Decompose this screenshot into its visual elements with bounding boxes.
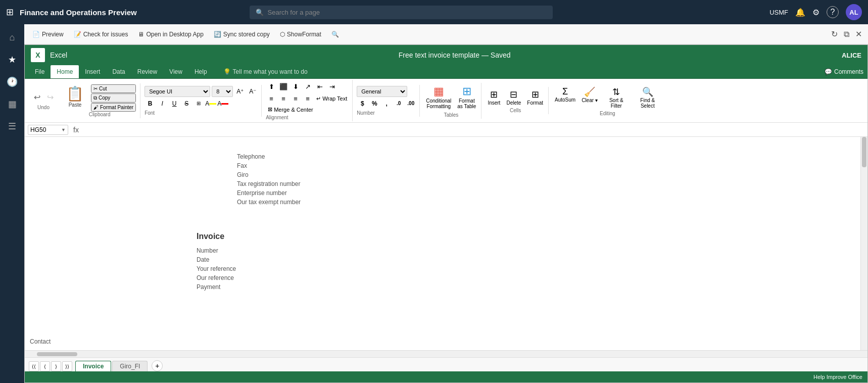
check-issues-button[interactable]: 📝 Check for issues — [70, 29, 132, 40]
tables-row: ▦ ConditionalFormatting ⊞ Formatas Table — [424, 84, 478, 110]
tell-me-field[interactable]: 💡 Tell me what you want to do — [217, 65, 314, 78]
tab-home[interactable]: Home — [51, 65, 79, 78]
cut-button[interactable]: ✂ Cut — [91, 84, 136, 93]
sync-button[interactable]: 🔄 Sync stored copy — [210, 29, 274, 40]
global-search-bar[interactable]: 🔍 Search for a page — [250, 6, 553, 19]
font-size-select[interactable]: 8 — [212, 86, 233, 97]
tab-help[interactable]: Help — [188, 65, 213, 78]
decrease-font-button[interactable]: A⁻ — [247, 86, 258, 97]
sidebar-recent-icon[interactable]: 🕐 — [3, 73, 21, 91]
border-button[interactable]: ⊞ — [193, 98, 204, 109]
format-cells-button[interactable]: ⊞ Format — [525, 88, 545, 107]
cells-row: ⊞ Insert ⊟ Delete ⊞ Format — [486, 88, 545, 107]
preview-button[interactable]: 📄 Preview — [28, 29, 68, 40]
insert-cells-button[interactable]: ⊞ Insert — [486, 88, 502, 107]
waffle-menu-icon[interactable]: ⊞ — [6, 7, 14, 18]
align-left-button[interactable]: ≡ — [266, 93, 277, 104]
tab-data[interactable]: Data — [106, 65, 131, 78]
font-color-button[interactable]: A — [217, 98, 228, 109]
open-desktop-button[interactable]: 🖥 Open in Desktop App — [134, 29, 207, 40]
sidebar-home-icon[interactable]: ⌂ — [3, 28, 21, 46]
cell-ref-text: HG50 — [30, 126, 46, 133]
undo-redo-buttons: ↩ ↪ — [31, 91, 56, 104]
scrollbar-thumb[interactable] — [37, 352, 77, 356]
font-name-select[interactable]: Segoe UI — [144, 86, 210, 97]
excel-body: Telephone Fax Giro Tax registration numb… — [25, 137, 867, 382]
sidebar-modules-icon[interactable]: ☰ — [3, 117, 21, 135]
number-format-select[interactable]: General — [357, 86, 407, 97]
align-middle-button[interactable]: ⬛ — [278, 81, 289, 92]
help-icon[interactable]: ? — [827, 6, 839, 18]
sheet-first-button[interactable]: ⟨⟨ — [29, 361, 39, 371]
find-select-icon: 🔍 — [642, 86, 653, 98]
align-right-button[interactable]: ≡ — [290, 93, 301, 104]
align-center-button[interactable]: ≡ — [278, 93, 289, 104]
sheet-tab-giro[interactable]: Giro_FI — [112, 361, 148, 371]
comma-button[interactable]: , — [381, 98, 392, 109]
copy-button[interactable]: ⧉ Copy — [91, 93, 136, 103]
refresh-icon[interactable]: ↻ — [829, 27, 840, 41]
strikethrough-button[interactable]: S — [181, 98, 192, 109]
paste-button[interactable]: 📋 Paste — [63, 84, 87, 109]
underline-button[interactable]: U — [169, 98, 180, 109]
vertical-scrollbar-thumb[interactable] — [862, 137, 866, 167]
increase-font-button[interactable]: A⁺ — [234, 86, 246, 97]
notification-bell-icon[interactable]: 🔔 — [795, 8, 805, 17]
sheet-last-button[interactable]: ⟩⟩ — [62, 361, 72, 371]
vertical-scrollbar[interactable] — [860, 137, 867, 350]
merge-center-button[interactable]: ⊠ Merge & Center — [266, 105, 315, 114]
cell-reference-box[interactable]: HG50 ▼ — [28, 125, 68, 135]
tab-review[interactable]: Review — [131, 65, 163, 78]
settings-icon[interactable]: ⚙ — [812, 8, 819, 17]
decimal-increase-button[interactable]: .0 — [393, 98, 404, 109]
conditional-formatting-button[interactable]: ▦ ConditionalFormatting — [424, 84, 453, 110]
search-button[interactable]: 🔍 — [327, 29, 343, 40]
format-painter-button[interactable]: 🖌 Format Painter — [91, 103, 136, 112]
comments-button[interactable]: 💬 Comments — [825, 68, 863, 75]
italic-button[interactable]: I — [157, 98, 168, 109]
text-direction-button[interactable]: ↗ — [302, 81, 313, 92]
autosum-button[interactable]: Σ AutoSum — [553, 85, 577, 110]
undo-button[interactable]: ↩ — [31, 91, 43, 104]
sidebar-favorites-icon[interactable]: ★ — [3, 51, 21, 69]
format-as-table-button[interactable]: ⊞ Formatas Table — [455, 84, 478, 110]
close-icon[interactable]: ✕ — [853, 27, 864, 41]
percent-button[interactable]: % — [369, 98, 380, 109]
redo-button[interactable]: ↪ — [44, 91, 56, 104]
fill-color-button[interactable]: A — [205, 98, 216, 109]
justify-button[interactable]: ≡ — [302, 93, 313, 104]
wrap-text-button[interactable]: ↵ Wrap Text — [314, 94, 349, 103]
tab-file[interactable]: File — [29, 65, 51, 78]
tab-insert[interactable]: Insert — [79, 65, 106, 78]
indent-increase-button[interactable]: ⇥ — [326, 81, 337, 92]
clear-button[interactable]: 🧹 Clear ▾ — [580, 85, 600, 110]
find-select-button[interactable]: 🔍 Find & Select — [633, 85, 662, 110]
main-content: 📄 Preview 📝 Check for issues 🖥 Open in D… — [24, 24, 868, 383]
bold-button[interactable]: B — [144, 98, 156, 109]
sheet-next-button[interactable]: ⟩ — [51, 361, 61, 371]
delete-cells-button[interactable]: ⊟ Delete — [504, 88, 523, 107]
clipboard-label: Clipboard — [63, 112, 136, 117]
align-bottom-button[interactable]: ⬇ — [290, 81, 301, 92]
user-avatar[interactable]: AL — [846, 4, 862, 20]
horizontal-scrollbar[interactable] — [25, 350, 867, 357]
show-format-button[interactable]: ⬡ ShowFormat — [276, 29, 325, 40]
formula-input[interactable] — [84, 126, 864, 133]
indent-decrease-button[interactable]: ⇤ — [314, 81, 325, 92]
tab-view[interactable]: View — [163, 65, 188, 78]
sheet-prev-button[interactable]: ⟨ — [40, 361, 50, 371]
sheet-content[interactable]: Telephone Fax Giro Tax registration numb… — [25, 137, 867, 350]
dollar-button[interactable]: $ — [357, 98, 368, 109]
sidebar-workspaces-icon[interactable]: ▦ — [3, 95, 21, 113]
sort-filter-button[interactable]: ⇅ Sort & Filter — [602, 85, 631, 110]
align-top-button[interactable]: ⬆ — [266, 81, 277, 92]
popout-icon[interactable]: ⧉ — [842, 28, 851, 41]
sync-label: Sync stored copy — [223, 31, 270, 38]
decimal-decrease-button[interactable]: .00 — [405, 98, 416, 109]
ribbon-toolbar: ↩ ↪ Undo 📋 Paste ✂ Cut — [25, 79, 867, 123]
cut-icon: ✂ — [93, 86, 98, 91]
show-format-label: ShowFormat — [287, 31, 321, 38]
merge-row: ⊠ Merge & Center — [266, 105, 349, 114]
add-sheet-button[interactable]: + — [152, 360, 163, 371]
sheet-tab-invoice[interactable]: Invoice — [75, 361, 111, 371]
